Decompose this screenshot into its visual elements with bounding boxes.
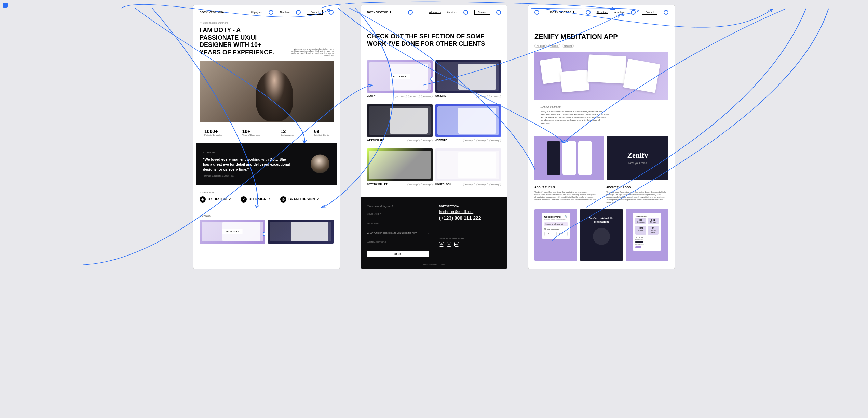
project-tile-zenify[interactable]: SEE DETAILS	[367, 60, 433, 93]
nav-all-projects[interactable]: All projects	[251, 11, 262, 13]
arrow-icon: ↗	[317, 198, 319, 201]
about-text: Zenify is a meditation app concept, that…	[541, 110, 609, 125]
nav-all-projects[interactable]: All projects	[429, 11, 441, 13]
showcase-logo: Zenify Rest your mind	[607, 136, 668, 180]
nav: All projects About me Contact	[251, 10, 334, 15]
logo[interactable]: DOTY VECTORIA	[367, 11, 392, 14]
chevron-down-icon: ⌄	[427, 232, 429, 234]
wire-node[interactable]	[631, 10, 636, 15]
wire-node[interactable]	[586, 10, 591, 15]
project-tile-jobsnap[interactable]	[435, 104, 501, 137]
testimonial-eyebrow: // Client said...	[203, 151, 330, 154]
social-links: ◎ in Bē	[439, 242, 501, 247]
nav-about[interactable]: About me	[614, 11, 625, 13]
behance-icon[interactable]: Bē	[454, 242, 459, 247]
projects-grid: SEE DETAILS ZENIFY#ux design#ui design#b…	[361, 60, 507, 190]
project-tile-weather[interactable]	[367, 104, 433, 137]
see-details-button[interactable]: SEE DETAILS	[222, 229, 243, 234]
nav: All projects About me Contact	[429, 10, 501, 15]
logo[interactable]: DOTY VECTORIA	[550, 11, 575, 14]
nav-about[interactable]: About me	[280, 11, 290, 13]
wire-node[interactable]	[534, 10, 539, 15]
instagram-icon[interactable]: ◎	[439, 242, 444, 247]
frame-project-detail[interactable]: DOTY VECTORIA All projects About me Cont…	[528, 5, 675, 269]
project-name: CRYPTO WALLET	[367, 183, 388, 185]
contact-button[interactable]: Contact	[474, 10, 490, 15]
work-tile-zenify[interactable]: SEE DETAILS	[200, 220, 265, 244]
project-panels: Good morning!🔍 Let's start this day with…	[528, 209, 675, 261]
footer-brand: DOTY VECTORIA	[439, 205, 501, 207]
logo[interactable]: DOTY VECTORIA	[200, 11, 224, 14]
made-in-label: Made in Uizard — 2023	[361, 261, 507, 269]
stat-years: 10+Years of Experience	[242, 129, 260, 136]
see-details-button[interactable]: SEE DETAILS	[390, 74, 410, 79]
wire-node[interactable]	[463, 10, 468, 15]
contact-info: DOTY VECTORIA freelancer@email.com (+123…	[439, 205, 501, 257]
page-title: CHECK OUT THE SELECTION OF SOME WORK I'V…	[367, 33, 501, 54]
header: DOTY VECTORIA All projects About me Cont…	[361, 5, 507, 19]
panel-good-morning: Good morning!🔍 Let's start this day with…	[534, 209, 577, 261]
project-tile-homeology[interactable]	[435, 148, 501, 181]
services-row: ◉UX DESIGN↗ ✕UI DESIGN↗ ◎BRAND DESIGN↗	[193, 196, 340, 208]
message-input[interactable]	[367, 239, 429, 245]
frame-home[interactable]: DOTY VECTORIA All projects About me Cont…	[193, 5, 340, 269]
project-title-block: ZENIFY MEDITATION APP	[528, 19, 675, 44]
nav-all-projects[interactable]: All projects	[597, 11, 608, 13]
wire-node[interactable]	[296, 10, 301, 15]
about-ux: ABOUT THE UX The Zenify app offers every…	[534, 186, 597, 204]
ui-icon: ✕	[241, 196, 247, 203]
contact-button[interactable]: Contact	[642, 10, 657, 15]
project-name: QUIZARD	[435, 95, 446, 97]
search-icon[interactable]: 🔍	[565, 215, 568, 218]
stat-clients: 69Satisfied Clients	[314, 129, 329, 136]
footer-eyebrow: // Wanna work together?	[367, 205, 429, 207]
frame-projects[interactable]: DOTY VECTORIA All projects About me Cont…	[361, 5, 507, 269]
logo-title: ABOUT THE LOGO	[606, 186, 668, 189]
stats-row: 1000+Projects Completed 10+Years of Expe…	[193, 122, 340, 143]
brand-tagline: Rest your mind	[627, 161, 649, 165]
arrow-icon: ↗	[268, 198, 271, 201]
footer-phone: (+123) 000 111 222	[439, 215, 501, 221]
linkedin-icon[interactable]: in	[447, 242, 451, 247]
testimonial-quote: "We loved every moment working with Doty…	[203, 157, 292, 172]
project-hero-image	[534, 52, 668, 100]
name-input[interactable]	[367, 211, 429, 217]
contact-button[interactable]: Contact	[307, 10, 323, 15]
wire-node[interactable]	[263, 232, 265, 236]
service-ux[interactable]: ◉UX DESIGN↗	[200, 196, 231, 203]
avatar-icon: ●	[646, 215, 647, 218]
wire-node[interactable]	[408, 10, 413, 15]
footer: // Wanna work together? WHAT TYPE OF SER…	[361, 197, 507, 261]
stat-projects: 1000+Projects Completed	[204, 129, 222, 136]
email-input[interactable]	[367, 221, 429, 226]
work-eyebrow: // My work	[193, 208, 340, 220]
project-name: WEATHER APP	[367, 139, 384, 141]
header: DOTY VECTORIA All projects About me Cont…	[193, 5, 340, 19]
wire-node[interactable]	[430, 77, 433, 81]
wire-node[interactable]	[496, 10, 501, 15]
send-button[interactable]: SEND	[367, 251, 429, 257]
wire-node[interactable]	[269, 10, 273, 15]
stat-awards: 12Design Awards	[281, 129, 294, 136]
footer-email[interactable]: freelancer@email.com	[439, 210, 501, 214]
hero-headline: I AM DOTY - A PASSIONATE UX/UI DESIGNER …	[200, 27, 281, 56]
service-ui[interactable]: ✕UI DESIGN↗	[241, 196, 271, 203]
wire-node[interactable]	[329, 10, 334, 15]
ux-icon: ◉	[200, 196, 206, 203]
hero-image	[200, 61, 334, 122]
testimonial: // Client said... "We loved every moment…	[196, 143, 337, 185]
project-tile-quizard[interactable]	[435, 60, 501, 93]
work-tile-quizard[interactable]	[268, 220, 334, 244]
service-brand[interactable]: ◎BRAND DESIGN↗	[280, 196, 319, 203]
project-tile-crypto[interactable]	[367, 148, 433, 181]
project-name: ZENIFY	[367, 95, 376, 97]
wire-node[interactable]	[664, 10, 668, 15]
about-logo: ABOUT THE LOGO There are many factors th…	[606, 186, 668, 204]
finished-text: You've finished the meditation!	[583, 216, 619, 224]
contact-form: // Wanna work together? WHAT TYPE OF SER…	[367, 205, 429, 257]
nav-about[interactable]: About me	[447, 11, 457, 13]
location: ⊙ Copenhagen, Denmark	[193, 19, 340, 24]
service-select[interactable]: WHAT TYPE OF SERVICE ARE YOU LOOKING FOR…	[367, 230, 429, 236]
showcase-screens	[534, 136, 604, 180]
project-description-cols: ABOUT THE UX The Zenify app offers every…	[528, 186, 675, 209]
